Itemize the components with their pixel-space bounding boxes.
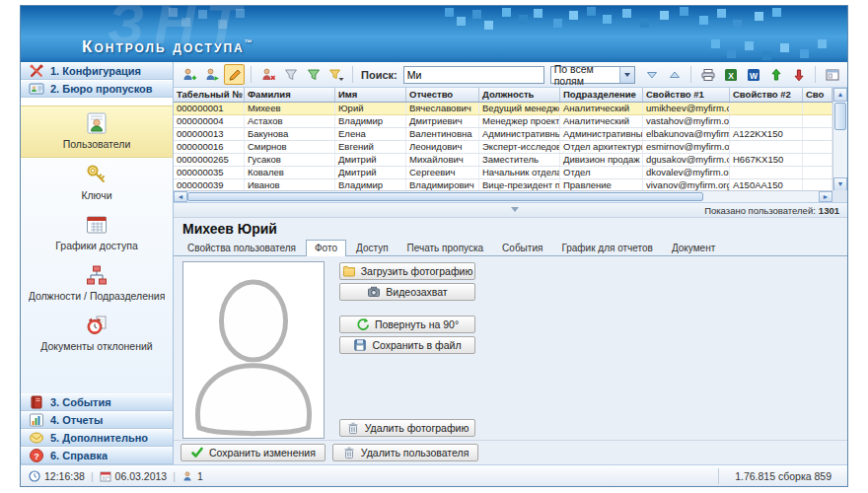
sidebar-section-config[interactable]: 1. Конфигурация (21, 62, 173, 80)
folder-icon (342, 264, 356, 278)
edit-user-button[interactable] (224, 64, 245, 85)
export-button[interactable] (788, 64, 809, 85)
video-capture-button[interactable]: Видеозахват (339, 283, 475, 301)
sidebar-section-label: 4. Отчеты (50, 414, 103, 426)
word-button[interactable]: W (743, 64, 763, 85)
column-header[interactable]: Отчество (406, 88, 479, 102)
table-row[interactable]: 000000001МихеевЮрийВячеславовичВедущий м… (174, 103, 832, 115)
sidebar-item-users[interactable]: Пользователи (21, 106, 173, 158)
column-header[interactable]: Должность (479, 88, 560, 102)
scroll-down-button[interactable]: ▼ (833, 177, 847, 191)
column-header[interactable]: Сво (803, 88, 832, 102)
card-view-button[interactable] (822, 64, 842, 85)
table-header-row: Табельный №ФамилияИмяОтчествоДолжностьПо… (174, 88, 832, 103)
book-icon (29, 394, 44, 410)
filter-green-button[interactable] (303, 64, 324, 85)
column-header[interactable]: Свойство #2 (730, 88, 803, 102)
column-header[interactable]: Табельный № (174, 88, 245, 102)
horizontal-scroll-track[interactable] (703, 191, 819, 202)
column-header[interactable]: Свойство #1 (643, 88, 730, 102)
collapse-icon (644, 67, 660, 83)
sidebar-section-book[interactable]: 3. События (21, 393, 173, 411)
table-row[interactable]: 000000004АстаховВладимирДмитриевичМенедж… (174, 115, 832, 128)
delete-user-button[interactable] (257, 64, 278, 85)
tab-document[interactable]: Документ (663, 240, 724, 255)
excel-icon: X (723, 67, 739, 83)
copy-user-button[interactable] (201, 64, 222, 85)
scroll-left-button[interactable]: ◄ (174, 191, 187, 202)
button-label: Удалить фотографию (365, 422, 470, 434)
mail-icon (29, 430, 44, 446)
floppy-icon (353, 338, 367, 352)
table-row[interactable]: 000000013БакуноваЕленаВалентиновнаАдмини… (174, 128, 832, 141)
sidebar-section-bureau[interactable]: 2. Бюро пропусков (21, 80, 173, 98)
excel-button[interactable]: X (720, 64, 741, 85)
statusbar-separator: | (173, 470, 176, 482)
chevron-down-icon[interactable] (619, 67, 634, 83)
table-cell: Елена (335, 128, 406, 140)
save-to-file-button[interactable]: Сохранить в файл (339, 336, 475, 354)
filter-button[interactable] (280, 64, 301, 85)
trash-icon (342, 446, 356, 459)
sidebar-item-alarm[interactable]: Документы отклонений (21, 309, 173, 359)
table-row[interactable]: 000000035КовалевДмитрийСергеевичНачальни… (174, 167, 832, 179)
column-header[interactable]: Фамилия (245, 88, 335, 102)
expand-button[interactable] (664, 64, 685, 85)
tab-events[interactable]: События (493, 240, 551, 255)
splitter-collapse-arrow-icon[interactable] (511, 207, 519, 212)
column-header[interactable]: Подразделение (560, 88, 643, 102)
tab-access[interactable]: Доступ (347, 240, 398, 255)
vertical-scroll-track[interactable] (833, 102, 847, 177)
tab-report-schedule[interactable]: График для отчетов (552, 240, 662, 255)
statusbar-value: 12:16:38 (44, 470, 85, 482)
add-user-button[interactable] (179, 64, 199, 85)
table-row[interactable]: 000000016СмирновЕвгенийЛеонидовичЭксперт… (174, 141, 832, 154)
table-cell: elbakunova@myfirm. (643, 128, 730, 140)
import-button[interactable] (765, 64, 786, 85)
sidebar-item-orgchart[interactable]: Должности / Подразделения (21, 258, 173, 309)
save-changes-button[interactable]: Сохранить изменения (181, 444, 326, 461)
tab-user-properties[interactable]: Свойства пользователя (179, 240, 305, 255)
trash-icon (346, 421, 360, 435)
print-icon (700, 67, 716, 83)
search-input[interactable] (403, 66, 544, 84)
scroll-up-button[interactable]: ▲ (833, 88, 847, 102)
vertical-scroll-thumb[interactable] (834, 103, 846, 130)
load-photo-button[interactable]: Загрузить фотографию (339, 262, 475, 280)
tab-pass-print[interactable]: Печать пропуска (398, 240, 493, 255)
rotate-90-button[interactable]: Повернуть на 90° (339, 316, 475, 333)
sidebar-item-key[interactable]: Ключи (21, 158, 173, 208)
table-cell: Валентиновна (406, 128, 479, 140)
table-cell: Отдел архитектуры (560, 141, 643, 153)
horizontal-scroll-thumb[interactable] (187, 192, 703, 201)
main-area: 1. Конфигурация2. Бюро пропусков Пользов… (21, 62, 847, 464)
collapse-button[interactable] (641, 64, 662, 85)
tab-photo[interactable]: Фото (306, 240, 346, 256)
toolbar-separator (690, 66, 691, 83)
sidebar-section-label: 5. Дополнительно (50, 432, 148, 444)
table-cell: Юрий (335, 103, 406, 114)
vertical-scrollbar[interactable]: ▲ ▼ (832, 88, 847, 191)
detail-tabs: Свойства пользователяФотоДоступПечать пр… (174, 239, 847, 256)
toolbar: Поиск: По всем полям XW (174, 62, 847, 88)
scroll-right-button[interactable]: ► (819, 191, 832, 202)
sidebar-item-calendar[interactable]: Графики доступа (21, 208, 173, 258)
delete-photo-button[interactable]: Удалить фотографию (339, 419, 475, 437)
table-row[interactable]: 0000000265ГусаковДмитрийМихайловичЗамест… (174, 154, 832, 167)
table-cell: Административный (560, 128, 643, 140)
sidebar-section-chart[interactable]: 4. Отчеты (21, 411, 173, 429)
search-scope-select[interactable]: По всем полям (550, 66, 635, 84)
sidebar-section-label: 6. Справка (50, 450, 108, 461)
horizontal-scrollbar[interactable]: ◄ ► (174, 190, 832, 202)
table-cell (730, 115, 803, 127)
sidebar-section-help[interactable]: ?6. Справка (21, 447, 173, 464)
table-cell: 000000016 (174, 141, 245, 153)
table-cell: dgusakov@myfirm.or (643, 154, 730, 166)
sidebar-section-mail[interactable]: 5. Дополнительно (21, 429, 173, 447)
statusbar-value: 06.03.2013 (115, 470, 168, 482)
print-button[interactable] (697, 64, 718, 85)
delete-user-button[interactable]: Удалить пользователя (332, 444, 479, 461)
filter-menu-button[interactable] (326, 64, 346, 85)
table-cell: esmirnov@myfirm.or (643, 141, 730, 153)
column-header[interactable]: Имя (335, 88, 406, 102)
